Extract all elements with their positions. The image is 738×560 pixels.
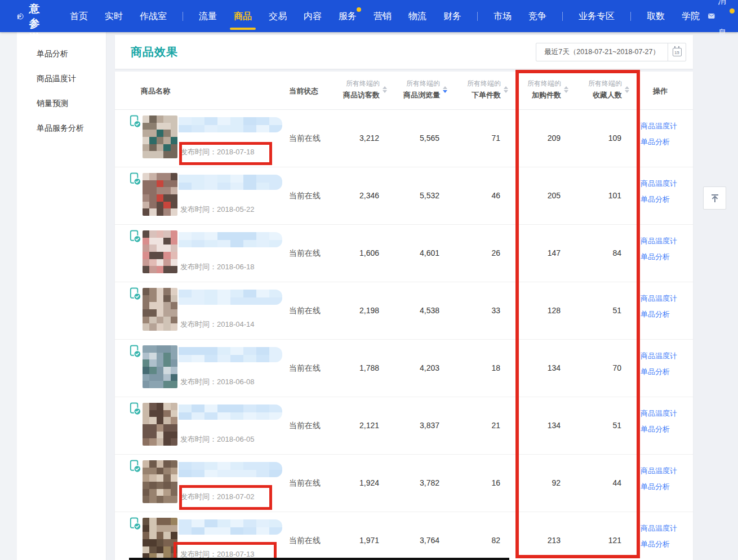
product-image-blurred[interactable]	[143, 518, 177, 560]
table-row: 发布时间：2018-04-14当前在线2,1984,5383312851商品温度…	[115, 282, 693, 340]
column-header-product-name: 商品名称	[141, 86, 170, 96]
product-name-blurred[interactable]	[179, 117, 282, 132]
product-name-blurred[interactable]	[179, 347, 282, 362]
nav-items: 首页实时作战室流量商品交易内容服务营销物流财务市场竞争业务专区取数学院	[61, 0, 708, 32]
action-link-thermometer[interactable]: 商品温度计	[641, 236, 677, 246]
table-header: 商品名称当前状态所有终端的商品访客数所有终端的商品浏览量所有终端的下单件数所有终…	[115, 72, 693, 110]
action-link-item-analysis[interactable]: 单品分析	[641, 194, 670, 205]
action-link-thermometer[interactable]: 商品温度计	[641, 179, 677, 189]
sidebar-item-单品服务分析[interactable]: 单品服务分析	[17, 115, 106, 140]
cell-favorites: 101	[548, 191, 621, 200]
nav-item-label: 市场	[494, 11, 512, 21]
product-name-blurred[interactable]	[179, 290, 282, 305]
nav-divider	[562, 12, 563, 21]
cell-favorites: 109	[548, 134, 621, 143]
messages-label: 消息	[718, 0, 730, 48]
cell-favorites: 84	[548, 248, 621, 257]
nav-item-竞争[interactable]: 竞争	[528, 0, 546, 32]
product-image-blurred[interactable]	[143, 173, 177, 216]
publish-date: 发布时间：2018-06-05	[180, 434, 255, 445]
nav-item-商品[interactable]: 商品	[234, 0, 252, 32]
publish-date-value: 2018-07-13	[217, 550, 255, 558]
nav-item-label: 学院	[682, 11, 700, 21]
mobile-verified-icon	[128, 287, 141, 300]
sort-asc-caret[interactable]	[625, 86, 629, 89]
column-header-actions: 操作	[644, 86, 676, 96]
product-name-blurred[interactable]	[179, 232, 282, 247]
action-link-thermometer[interactable]: 商品温度计	[641, 121, 677, 131]
table-row: 发布时间：2018-06-18当前在线1,6064,6012614784商品温度…	[115, 225, 693, 282]
publish-date-label: 发布时间：	[180, 320, 217, 328]
action-link-thermometer[interactable]: 商品温度计	[641, 523, 677, 534]
mobile-verified-icon	[128, 172, 141, 185]
black-underline-mark	[129, 558, 509, 560]
nav-item-label: 作战室	[140, 11, 167, 21]
publish-date-value: 2018-06-08	[217, 377, 255, 386]
nav-item-财务[interactable]: 财务	[443, 0, 461, 32]
publish-date-label: 发布时间：	[180, 148, 217, 156]
page-title: 商品效果	[131, 45, 178, 60]
nav-item-市场[interactable]: 市场	[494, 0, 512, 32]
date-range-picker[interactable]: 最近7天（2018-07-21~2018-07-27） 15	[536, 43, 686, 61]
nav-item-label: 竞争	[528, 11, 546, 21]
column-header-label: 收藏人数	[593, 91, 622, 99]
nav-item-label: 交易	[269, 11, 287, 21]
nav-item-营销[interactable]: 营销	[374, 0, 392, 32]
nav-item-物流[interactable]: 物流	[408, 0, 426, 32]
action-link-item-analysis[interactable]: 单品分析	[641, 309, 670, 319]
product-name-blurred[interactable]	[179, 519, 282, 535]
nav-messages[interactable]: 消息	[708, 0, 730, 32]
publish-date: 发布时间：2018-04-14	[180, 319, 255, 330]
nav-item-交易[interactable]: 交易	[269, 0, 287, 32]
product-image-blurred[interactable]	[143, 115, 177, 158]
sort-desc-caret[interactable]	[625, 90, 629, 93]
product-image-blurred[interactable]	[143, 345, 177, 388]
product-image-blurred[interactable]	[143, 403, 177, 446]
back-to-top-button[interactable]	[703, 186, 726, 210]
product-name-blurred[interactable]	[179, 462, 282, 477]
nav-item-学院[interactable]: 学院	[682, 0, 700, 32]
publish-date-value: 2018-07-02	[217, 492, 255, 501]
nav-divider	[183, 12, 183, 21]
action-link-item-analysis[interactable]: 单品分析	[641, 137, 670, 147]
cell-favorites: 121	[548, 536, 621, 545]
sort-carets[interactable]	[625, 86, 629, 93]
action-link-item-analysis[interactable]: 单品分析	[641, 539, 670, 549]
product-image-blurred[interactable]	[143, 230, 177, 273]
publish-date-value: 2018-05-22	[217, 205, 255, 214]
publish-date-value: 2018-07-18	[217, 148, 255, 156]
product-name-blurred[interactable]	[179, 175, 282, 190]
action-link-item-analysis[interactable]: 单品分析	[641, 424, 670, 434]
nav-item-取数[interactable]: 取数	[647, 0, 665, 32]
product-name-blurred[interactable]	[179, 405, 282, 420]
action-link-thermometer[interactable]: 商品温度计	[641, 294, 677, 304]
app-logo[interactable]: 生意参谋	[17, 0, 49, 46]
action-link-thermometer[interactable]: 商品温度计	[641, 408, 677, 419]
column-header-收藏人数[interactable]: 所有终端的收藏人数	[549, 79, 629, 100]
nav-item-流量[interactable]: 流量	[199, 0, 217, 32]
action-link-thermometer[interactable]: 商品温度计	[641, 351, 677, 361]
nav-item-内容[interactable]: 内容	[304, 0, 322, 32]
publish-date: 发布时间：2018-06-18	[180, 262, 255, 272]
nav-item-业务专区[interactable]: 业务专区	[579, 0, 615, 32]
sidebar-item-销量预测[interactable]: 销量预测	[17, 91, 106, 115]
top-navigation: 生意参谋 首页实时作战室流量商品交易内容服务营销物流财务市场竞争业务专区取数学院…	[0, 0, 738, 32]
product-image-blurred[interactable]	[143, 460, 177, 503]
nav-item-作战室[interactable]: 作战室	[140, 0, 167, 32]
sidebar-item-商品温度计[interactable]: 商品温度计	[17, 66, 106, 91]
nav-item-label: 取数	[647, 11, 665, 21]
action-link-item-analysis[interactable]: 单品分析	[641, 252, 670, 262]
nav-item-label: 营销	[374, 11, 392, 21]
product-image-blurred[interactable]	[143, 288, 177, 331]
action-link-thermometer[interactable]: 商品温度计	[641, 466, 677, 476]
nav-item-服务[interactable]: 服务	[339, 0, 357, 32]
publish-date-value: 2018-06-05	[217, 435, 255, 443]
table-row: 发布时间：2018-06-08当前在线1,7884,2031813470商品温度…	[115, 340, 693, 397]
date-range-text: 最近7天（2018-07-21~2018-07-27）	[536, 43, 668, 61]
calendar-button[interactable]: 15	[668, 43, 686, 61]
action-link-item-analysis[interactable]: 单品分析	[641, 482, 670, 492]
action-link-item-analysis[interactable]: 单品分析	[641, 367, 670, 377]
mobile-verified-icon	[128, 115, 141, 128]
nav-item-实时[interactable]: 实时	[105, 0, 123, 32]
nav-item-首页[interactable]: 首页	[70, 0, 88, 32]
